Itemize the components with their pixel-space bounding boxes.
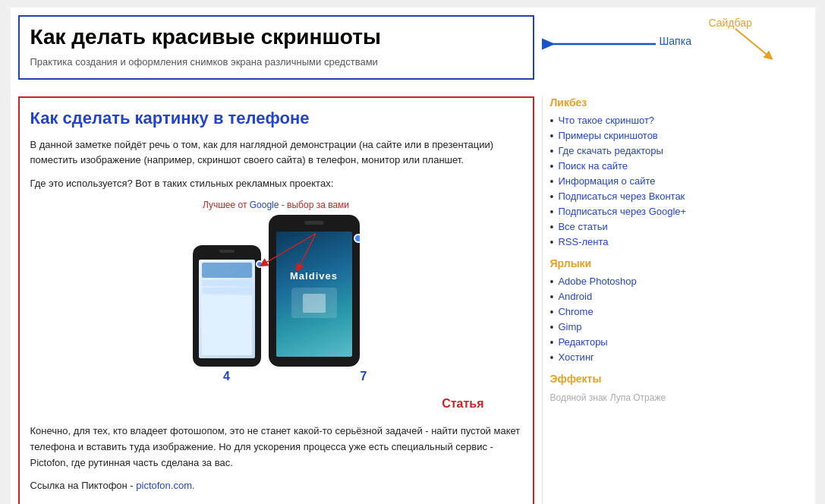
effects-small-text: Водяной знак bbox=[550, 392, 607, 403]
list-item: RSS-лента bbox=[550, 235, 716, 250]
main-layout: Как сделать картинку в телефоне В данной… bbox=[18, 96, 808, 504]
list-item: Подписаться через Google+ bbox=[550, 204, 716, 219]
header-box: Как делать красивые скриншоты Практика с… bbox=[18, 15, 534, 80]
phone-number-right: 7 bbox=[361, 370, 367, 383]
destination-text: Maldives bbox=[290, 270, 338, 282]
effects-items: Водяной знак Лупа Отраже bbox=[550, 391, 716, 403]
likvez-link-8[interactable]: Все статьи bbox=[558, 221, 607, 232]
article-paragraph-2: Где это используется? Вот в таких стильн… bbox=[30, 176, 522, 192]
likvez-link-6[interactable]: Подписаться через Вконтак bbox=[558, 191, 685, 202]
likvez-link-3[interactable]: Где скачать редакторы bbox=[558, 145, 663, 156]
svg-line-1 bbox=[735, 29, 770, 57]
likvez-link-1[interactable]: Что такое скриншот? bbox=[558, 115, 654, 126]
sidebar: Ликбез Что такое скриншот? Примеры скрин… bbox=[542, 96, 716, 504]
phone-right: Maldives 7 bbox=[269, 215, 360, 367]
phone-large-device: Maldives bbox=[269, 215, 360, 367]
google-link[interactable]: Google bbox=[250, 200, 279, 210]
sidebar-yarlyki-list: Adobe Photoshop Android Chrome Gimp Реда… bbox=[550, 274, 716, 365]
yarlyki-link-1[interactable]: Adobe Photoshop bbox=[558, 276, 636, 287]
phone-dot-right bbox=[354, 234, 360, 243]
phones-container: 4 Maldives bbox=[193, 215, 360, 386]
phone-dot-left bbox=[256, 260, 261, 268]
sidebar-likvez-list: Что такое скриншот? Примеры скриншотов Г… bbox=[550, 113, 716, 250]
phone-left: 4 bbox=[193, 245, 261, 367]
phone-small-screen bbox=[199, 260, 255, 358]
list-item: Все статьи bbox=[550, 219, 716, 235]
list-item: Что такое скриншот? bbox=[550, 113, 716, 128]
list-item: Adobe Photoshop bbox=[550, 274, 716, 289]
likvez-link-2[interactable]: Примеры скриншотов bbox=[558, 130, 657, 141]
list-item: Подписаться через Вконтак bbox=[550, 189, 716, 204]
effects-big-text: Лупа Отраже bbox=[610, 392, 666, 403]
list-item: Редакторы bbox=[550, 335, 716, 350]
list-item: Хостинг bbox=[550, 350, 716, 365]
likvez-link-7[interactable]: Подписаться через Google+ bbox=[558, 206, 686, 217]
sidebar-arrow bbox=[534, 15, 792, 76]
statya-svg-arrow bbox=[294, 393, 522, 416]
likvez-link-5[interactable]: Информация о сайте bbox=[558, 175, 655, 187]
list-item: Информация о сайте bbox=[550, 174, 716, 189]
article-paragraph-4: Ссылка на Пиктофон - pictofon.com. bbox=[30, 478, 522, 494]
pictofon-link[interactable]: pictofon.com. bbox=[136, 480, 194, 491]
yarlyki-link-4[interactable]: Gimp bbox=[558, 321, 581, 332]
header-subtitle: Практика создания и оформления снимков э… bbox=[30, 56, 522, 68]
yarlyki-link-5[interactable]: Редакторы bbox=[558, 336, 607, 348]
statya-arrow-area: Статья bbox=[30, 393, 522, 416]
article-paragraph-1: В данной заметке пойдёт речь о том, как … bbox=[30, 137, 522, 169]
sidebar-section-yarlyki: Ярлыки bbox=[550, 257, 716, 269]
ad-label: Лучшее от Google - выбор за вами bbox=[30, 200, 522, 210]
page-title: Как делать красивые скриншоты bbox=[30, 24, 522, 50]
article-paragraph-3: Конечно, для тех, кто владеет фотошопом,… bbox=[30, 424, 522, 471]
list-item: Примеры скриншотов bbox=[550, 128, 716, 143]
sidebar-annotation-label: Сайдбар bbox=[709, 17, 752, 29]
yarlyki-link-6[interactable]: Хостинг bbox=[558, 351, 594, 363]
article-box: Как сделать картинку в телефоне В данной… bbox=[18, 96, 534, 504]
list-item: Chrome bbox=[550, 304, 716, 320]
list-item: Поиск на сайте bbox=[550, 159, 716, 174]
statya-label: Статья bbox=[442, 397, 483, 411]
phone-ad-area: Лучшее от Google - выбор за вами bbox=[30, 200, 522, 386]
list-item: Где скачать редакторы bbox=[550, 143, 716, 159]
phone-small-device bbox=[193, 245, 261, 367]
phone-large-screen: Maldives bbox=[276, 232, 352, 357]
top-section: Как делать красивые скриншоты Практика с… bbox=[18, 15, 808, 89]
list-item: Android bbox=[550, 289, 716, 304]
yarlyki-link-3[interactable]: Chrome bbox=[558, 306, 593, 317]
sidebar-section-effekty: Эффекты bbox=[550, 373, 716, 385]
likvez-link-9[interactable]: RSS-лента bbox=[558, 236, 608, 247]
yarlyki-link-2[interactable]: Android bbox=[558, 291, 592, 302]
list-item: Gimp bbox=[550, 320, 716, 335]
sidebar-section-likvez: Ликбез bbox=[550, 96, 716, 109]
likvez-link-4[interactable]: Поиск на сайте bbox=[558, 160, 628, 172]
phone-number-left: 4 bbox=[223, 370, 230, 383]
article-title: Как сделать картинку в телефоне bbox=[30, 109, 522, 128]
page-wrapper: Как делать красивые скриншоты Практика с… bbox=[11, 8, 815, 504]
